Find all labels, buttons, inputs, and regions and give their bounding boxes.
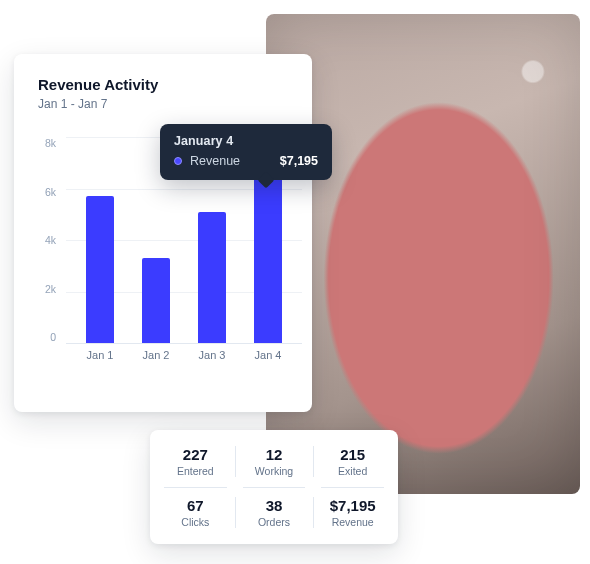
stat-value: 215 <box>317 446 388 463</box>
chart-date-range: Jan 1 - Jan 7 <box>14 93 312 111</box>
hero-photo <box>266 14 580 494</box>
stat-working: 12 Working <box>235 436 314 487</box>
tooltip-date: January 4 <box>174 134 318 148</box>
y-axis: 8k 6k 4k 2k 0 <box>38 137 62 343</box>
x-axis: Jan 1 Jan 2 Jan 3 Jan 4 <box>66 349 302 373</box>
y-tick: 6k <box>38 186 56 198</box>
chart-tooltip: January 4 Revenue $7,195 <box>160 124 332 180</box>
x-tick: Jan 2 <box>136 349 176 373</box>
tooltip-row: Revenue $7,195 <box>174 154 318 168</box>
revenue-chart-card: Revenue Activity Jan 1 - Jan 7 8k 6k 4k … <box>14 54 312 412</box>
chart-title: Revenue Activity <box>14 76 312 93</box>
stat-exited: 215 Exited <box>313 436 392 487</box>
tooltip-series-label: Revenue <box>190 154 280 168</box>
stat-value: $7,195 <box>317 497 388 514</box>
stat-label: Exited <box>317 465 388 477</box>
bar-jan2[interactable] <box>142 258 170 343</box>
stat-label: Entered <box>160 465 231 477</box>
stats-card: 227 Entered 12 Working 215 Exited 67 Cli… <box>150 430 398 544</box>
bar-jan3[interactable] <box>198 212 226 343</box>
stat-value: 227 <box>160 446 231 463</box>
y-tick: 0 <box>38 331 56 343</box>
stats-grid: 227 Entered 12 Working 215 Exited 67 Cli… <box>156 436 392 538</box>
y-tick: 4k <box>38 234 56 246</box>
x-tick: Jan 4 <box>248 349 288 373</box>
y-tick: 8k <box>38 137 56 149</box>
stat-orders: 38 Orders <box>235 487 314 538</box>
stat-clicks: 67 Clicks <box>156 487 235 538</box>
stat-revenue: $7,195 Revenue <box>313 487 392 538</box>
stat-label: Revenue <box>317 516 388 528</box>
stat-entered: 227 Entered <box>156 436 235 487</box>
stat-label: Working <box>239 465 310 477</box>
stat-value: 12 <box>239 446 310 463</box>
bar-jan1[interactable] <box>86 196 114 343</box>
stat-label: Clicks <box>160 516 231 528</box>
tooltip-value: $7,195 <box>280 154 318 168</box>
stat-value: 38 <box>239 497 310 514</box>
stat-label: Orders <box>239 516 310 528</box>
stat-value: 67 <box>160 497 231 514</box>
x-tick: Jan 1 <box>80 349 120 373</box>
series-dot-icon <box>174 157 182 165</box>
x-tick: Jan 3 <box>192 349 232 373</box>
y-tick: 2k <box>38 283 56 295</box>
composition-stage: Revenue Activity Jan 1 - Jan 7 8k 6k 4k … <box>0 0 590 564</box>
